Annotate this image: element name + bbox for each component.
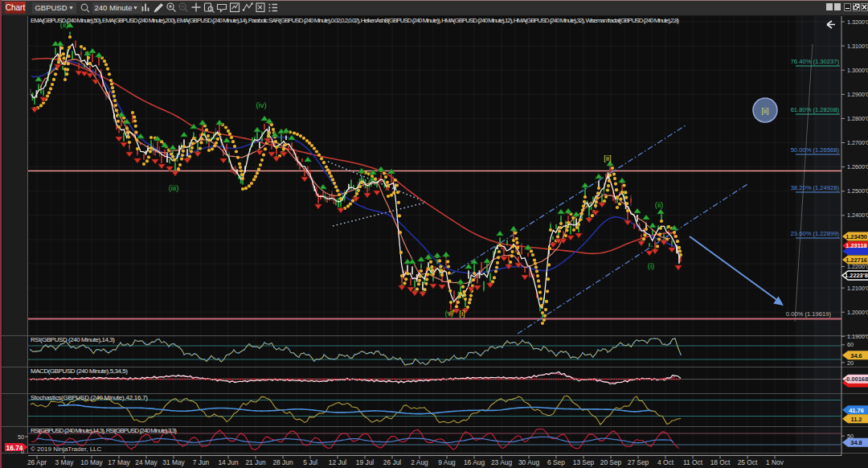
svg-text:34.8: 34.8 (850, 439, 862, 446)
svg-text:50.00% (1.26568): 50.00% (1.26568) (791, 146, 840, 154)
svg-text:[i]: [i] (459, 309, 465, 318)
svg-text:28 Jun: 28 Jun (272, 458, 293, 466)
svg-text:1.3200’0: 1.3200’0 (847, 18, 868, 26)
svg-text:0.00% (1.19619): 0.00% (1.19619) (786, 310, 832, 318)
svg-text:9 Aug: 9 Aug (438, 458, 456, 466)
svg-text:25 Oct: 25 Oct (738, 458, 758, 466)
svg-text:1.2900’0: 1.2900’0 (847, 91, 868, 98)
svg-text:30 Aug: 30 Aug (518, 458, 539, 466)
svg-text:1.2500’0: 1.2500’0 (847, 187, 868, 195)
svg-text:© 2019 NinjaTrader, LLC: © 2019 NinjaTrader, LLC (31, 445, 102, 453)
svg-text:-0.00168: -0.00168 (845, 376, 868, 383)
svg-text:61.80% (1.28208): 61.80% (1.28208) (791, 106, 840, 113)
svg-text:17 May: 17 May (108, 458, 130, 466)
svg-text:13 Sep: 13 Sep (573, 458, 595, 466)
svg-text:38.20% (1.24928): 38.20% (1.24928) (791, 184, 840, 191)
svg-text:50: 50 (18, 433, 24, 441)
svg-text:1.2000’0: 1.2000’0 (847, 309, 868, 316)
svg-text:RSI(GBPUSD (240 Minute),14,3): RSI(GBPUSD (240 Minute),14,3) (31, 336, 115, 343)
svg-text:24 May: 24 May (135, 458, 158, 466)
svg-text:12 Jul: 12 Jul (329, 458, 346, 466)
svg-text:76.40% (1.30237): 76.40% (1.30237) (791, 58, 840, 65)
svg-text:2 Aug: 2 Aug (411, 458, 428, 466)
svg-text:27 Sep: 27 Sep (628, 458, 649, 466)
svg-text:5 Jul: 5 Jul (303, 458, 317, 466)
svg-text:EMA(GBPUSD (240 Minute),50), E: EMA(GBPUSD (240 Minute),50), EMA(GBPUSD … (31, 17, 679, 24)
svg-text:Stochastics(GBPUSD (240 Minute: Stochastics(GBPUSD (240 Minute),42,16,7) (31, 394, 148, 401)
svg-text:26 Apr: 26 Apr (27, 458, 47, 466)
svg-text:1 Nov: 1 Nov (766, 458, 784, 466)
svg-text:14 Jun: 14 Jun (218, 458, 238, 466)
svg-text:1.22716: 1.22716 (845, 257, 867, 264)
svg-text:1.2223’8: 1.2223’8 (845, 272, 868, 279)
svg-text:41.76: 41.76 (849, 407, 864, 414)
svg-text:16.74: 16.74 (6, 444, 23, 452)
svg-text:(i): (i) (648, 261, 654, 270)
svg-text:[ii]: [ii] (604, 154, 612, 162)
svg-text:20 Sep: 20 Sep (600, 458, 622, 466)
svg-text:1.2100’0: 1.2100’0 (847, 285, 868, 292)
svg-text:(v): (v) (444, 309, 453, 318)
svg-text:[ii]: [ii] (762, 107, 769, 115)
svg-text:1.3100’0: 1.3100’0 (847, 43, 868, 50)
svg-text:21 Jun: 21 Jun (245, 458, 265, 466)
svg-text:11 Oct: 11 Oct (683, 458, 703, 466)
svg-text:3 May: 3 May (55, 458, 75, 466)
svg-text:34.6: 34.6 (850, 352, 862, 359)
svg-text:1.2800’0: 1.2800’0 (847, 115, 868, 122)
svg-text:1.3000’0: 1.3000’0 (847, 67, 868, 74)
svg-text:1.2700’0: 1.2700’0 (847, 139, 868, 146)
svg-text:60: 60 (847, 341, 854, 348)
svg-text:6 Sep: 6 Sep (547, 458, 565, 466)
svg-text:23 Aug: 23 Aug (491, 458, 512, 466)
svg-text:RSI(GBPUSD (240 Minute),14,3),: RSI(GBPUSD (240 Minute),14,3), RSI(GBPUS… (31, 427, 177, 434)
svg-text:1.1900’0: 1.1900’0 (847, 333, 868, 340)
svg-text:4 Oct: 4 Oct (657, 458, 674, 466)
svg-text:10 May: 10 May (80, 458, 103, 466)
svg-text:20: 20 (847, 359, 854, 367)
svg-text:MACD(GBPUSD (240 Minute),5,34,: MACD(GBPUSD (240 Minute),5,34,5) (31, 367, 128, 375)
svg-text:(iii): (iii) (169, 183, 179, 192)
svg-text:18 Oct: 18 Oct (710, 458, 731, 466)
svg-text:1.23450: 1.23450 (845, 233, 867, 240)
svg-text:19 Jul: 19 Jul (356, 458, 374, 466)
svg-text:16 Aug: 16 Aug (464, 458, 485, 466)
svg-text:7 Jun: 7 Jun (193, 458, 210, 466)
svg-text:1.2400’0: 1.2400’0 (847, 211, 868, 219)
svg-text:31 May: 31 May (162, 458, 185, 466)
svg-text:11.2: 11.2 (851, 416, 862, 423)
svg-text:26 Jul: 26 Jul (383, 458, 401, 466)
svg-text:(iv): (iv) (256, 101, 266, 109)
svg-text:(ii): (ii) (655, 200, 664, 209)
svg-text:23.60% (1.22899): 23.60% (1.22899) (791, 230, 840, 237)
svg-text:1.2600’0: 1.2600’0 (847, 163, 868, 170)
